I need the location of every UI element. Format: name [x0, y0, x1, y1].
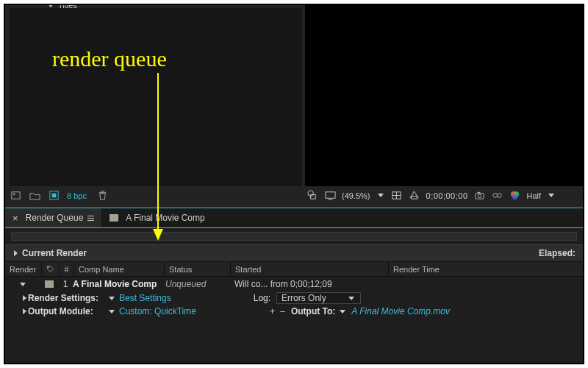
resolution-readout[interactable]: Half — [527, 191, 542, 200]
lower-panel: × Render Queue A Final Movie Comp Curren… — [5, 208, 583, 363]
output-module-row: Output Module: Custom: QuickTime + – Out… — [5, 305, 583, 318]
current-render-label: Current Render — [22, 248, 87, 258]
item-started: Will co... from 0;00;12;09 — [230, 279, 388, 289]
bpc-label[interactable]: 8 bpc — [67, 191, 87, 200]
col-status[interactable]: Status — [165, 262, 231, 276]
col-render[interactable]: Render — [5, 262, 42, 276]
timecode-readout[interactable]: 0;00;00;00 — [426, 191, 468, 200]
item-index: 1 — [58, 279, 73, 289]
log-dropdown[interactable]: Errors Only — [276, 292, 361, 304]
monitor-icon[interactable] — [324, 190, 336, 202]
svg-rect-14 — [478, 192, 481, 194]
panel-tabstrip: × Render Queue A Final Movie Comp — [5, 208, 583, 228]
svg-rect-0 — [11, 192, 19, 199]
zoom-readout[interactable]: (49.5%) — [342, 191, 370, 200]
show-snapshot-icon[interactable] — [492, 190, 503, 202]
tab-render-queue[interactable]: × Render Queue — [5, 208, 102, 227]
current-render-header[interactable]: Current Render Elapsed: — [5, 244, 583, 262]
svg-rect-1 — [12, 194, 15, 195]
item-status: Unqueued — [164, 279, 230, 289]
dropdown-icon[interactable] — [348, 297, 354, 300]
channels-icon[interactable] — [509, 190, 521, 202]
output-module-value[interactable]: Custom: QuickTime — [119, 306, 196, 316]
viewer-toolbar: (49.5%) 0;00;00;00 Half — [302, 186, 584, 205]
add-remove-output-icon[interactable]: + – — [270, 306, 287, 316]
magnify-icon[interactable] — [306, 190, 318, 202]
log-label: Log: — [254, 293, 270, 303]
resolution-dropdown-icon[interactable] — [548, 194, 554, 197]
item-comp-name: A Final Movie Comp — [73, 279, 164, 289]
svg-rect-11 — [412, 196, 417, 199]
trash-icon[interactable] — [97, 190, 109, 202]
queue-columns: Render # Comp Name Status Started Render… — [5, 262, 583, 277]
svg-point-20 — [49, 267, 50, 269]
annotation-arrow — [151, 73, 165, 241]
app-frame: Titles 8 bpc — [4, 4, 584, 364]
tag-icon — [46, 265, 54, 273]
zoom-dropdown-icon[interactable] — [378, 194, 384, 197]
log-value: Errors Only — [282, 293, 326, 303]
interpret-footage-icon[interactable] — [10, 190, 21, 202]
disclosure-icon[interactable] — [14, 250, 18, 256]
disclosure-icon[interactable] — [23, 295, 26, 301]
viewer-panel: (49.5%) 0;00;00;00 Half — [302, 4, 584, 205]
svg-point-19 — [512, 194, 518, 200]
dropdown-icon[interactable] — [340, 310, 345, 314]
render-settings-label: Render Settings: — [28, 293, 107, 303]
tab-label: Render Queue — [26, 213, 84, 223]
svg-point-13 — [478, 194, 481, 198]
new-folder-icon[interactable] — [29, 190, 40, 202]
render-settings-value[interactable]: Best Settings — [119, 293, 171, 303]
disclosure-icon[interactable] — [23, 308, 26, 314]
svg-point-16 — [498, 194, 502, 198]
upper-panels: Titles 8 bpc — [5, 5, 583, 208]
svg-rect-6 — [325, 192, 334, 198]
render-settings-row: Render Settings: Best Settings Log: Erro… — [5, 291, 583, 305]
dropdown-icon[interactable] — [109, 310, 115, 314]
col-number[interactable]: # — [60, 262, 74, 276]
svg-rect-5 — [310, 195, 315, 199]
mask-toggle-icon[interactable] — [409, 190, 420, 202]
panel-menu-icon[interactable] — [87, 216, 94, 221]
output-module-label: Output Module: — [28, 306, 107, 316]
comp-icon — [110, 214, 118, 222]
svg-rect-3 — [51, 194, 56, 198]
folder-disclosure-icon[interactable] — [48, 4, 54, 7]
snapshot-icon[interactable] — [474, 190, 486, 202]
output-to-value[interactable]: A Final Movie Comp.mov — [351, 306, 450, 316]
viewer-canvas[interactable] — [305, 5, 584, 186]
col-label[interactable] — [42, 262, 60, 276]
safe-zones-icon[interactable] — [391, 190, 403, 202]
col-comp-name[interactable]: Comp Name — [74, 262, 165, 276]
svg-point-15 — [493, 194, 498, 198]
tab-label: A Final Movie Comp — [126, 213, 204, 223]
close-icon[interactable]: × — [12, 213, 18, 224]
queue-item-row[interactable]: 1 A Final Movie Comp Unqueued Will co...… — [5, 277, 583, 291]
col-started[interactable]: Started — [231, 262, 389, 276]
col-render-time[interactable]: Render Time — [389, 262, 583, 276]
render-progress-bar — [11, 232, 577, 241]
item-label-swatch[interactable] — [45, 280, 54, 288]
svg-marker-22 — [153, 229, 163, 241]
new-comp-icon[interactable] — [48, 190, 60, 202]
dropdown-icon[interactable] — [109, 297, 115, 300]
annotation-label: render queue — [52, 46, 167, 71]
elapsed-label: Elapsed: — [539, 248, 576, 258]
output-to-label: Output To: — [291, 306, 335, 316]
item-disclosure-icon[interactable] — [20, 283, 26, 286]
